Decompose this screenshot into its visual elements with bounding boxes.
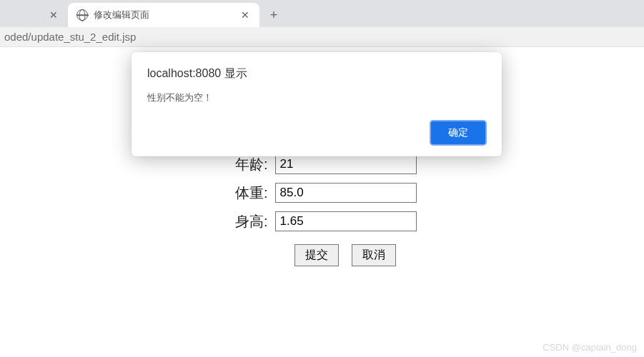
new-tab-button[interactable]: +: [264, 5, 284, 25]
alert-dialog: localhost:8080 显示 性别不能为空！ 确定: [132, 52, 502, 156]
tab-strip: ✕ 修改编辑页面 ✕ +: [0, 0, 644, 27]
close-icon[interactable]: ✕: [239, 9, 251, 21]
form-row-height: 身高:: [228, 211, 417, 231]
tab-active[interactable]: 修改编辑页面 ✕: [68, 3, 259, 27]
cancel-button[interactable]: 取消: [352, 244, 396, 266]
tab-inactive[interactable]: ✕: [0, 3, 68, 27]
dialog-message: 性别不能为空！: [147, 91, 486, 104]
label-age: 年龄:: [228, 155, 268, 174]
form-row-age: 年龄:: [228, 154, 417, 174]
dialog-title: localhost:8080 显示: [147, 66, 486, 81]
address-bar[interactable]: oded/update_stu_2_edit.jsp: [0, 27, 644, 47]
label-weight: 体重:: [228, 183, 268, 203]
input-age[interactable]: [275, 154, 417, 174]
form-row-weight: 体重:: [228, 183, 417, 203]
watermark: CSDN @captain_dong: [543, 342, 637, 353]
input-height[interactable]: [275, 211, 417, 231]
close-icon[interactable]: ✕: [48, 9, 59, 21]
url-text: oded/update_stu_2_edit.jsp: [4, 31, 136, 43]
button-row: 提交 取消: [274, 244, 417, 266]
label-height: 身高:: [228, 212, 268, 231]
tab-title: 修改编辑页面: [94, 9, 234, 21]
ok-button[interactable]: 确定: [430, 121, 486, 145]
input-weight[interactable]: [275, 183, 417, 203]
globe-icon: [76, 9, 88, 21]
submit-button[interactable]: 提交: [294, 244, 339, 266]
